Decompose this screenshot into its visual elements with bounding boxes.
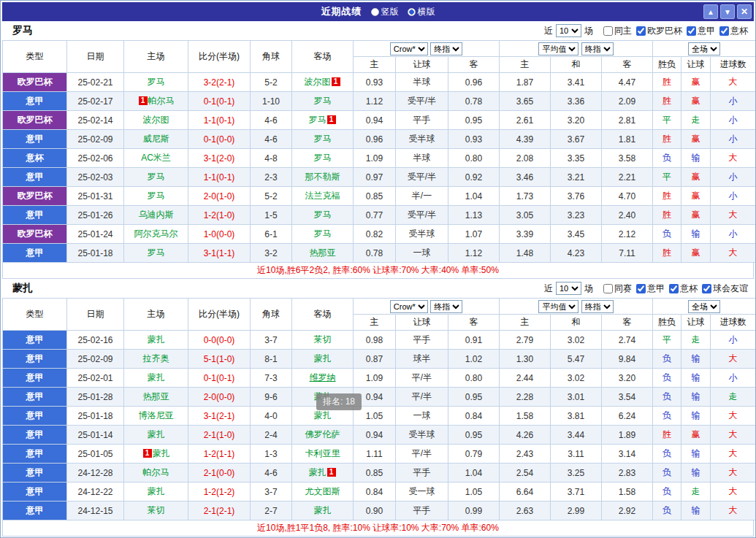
results-table: 类型 日期 主场 比分(半场) 角球 客场 Crow* 终指 平均值 终指: [2, 40, 756, 263]
filter-checkbox[interactable]: 欧罗巴杯: [636, 25, 682, 37]
team-link[interactable]: 蒙扎: [148, 334, 165, 345]
asian-odds-cell: 0.96: [448, 73, 500, 92]
filter-checkbox-input[interactable]: [702, 284, 711, 293]
team-link[interactable]: 帕尔马: [143, 467, 169, 477]
team-link[interactable]: 那不勒斯: [305, 172, 340, 182]
asian-odds-cell: 0.94: [354, 426, 396, 445]
filter-checkbox-input[interactable]: [719, 26, 729, 36]
score-cell: 5-1(1-0): [188, 350, 251, 369]
euro-odds-cell: 2.63: [500, 502, 551, 520]
filter-checkbox-input[interactable]: [636, 26, 646, 36]
col-header-date: 日期: [67, 299, 124, 331]
filter-checkbox[interactable]: 球会友谊: [702, 283, 748, 295]
team-link[interactable]: 罗马: [309, 115, 327, 125]
team-link[interactable]: 蒙扎: [148, 429, 165, 439]
team-link[interactable]: 拉齐奥: [143, 353, 169, 364]
team-link[interactable]: 罗马: [314, 96, 332, 106]
recent-count-select[interactable]: 10: [556, 282, 581, 295]
move-up-button[interactable]: ▲: [703, 4, 718, 19]
close-button[interactable]: ✕: [737, 4, 752, 19]
filter-checkbox-input[interactable]: [669, 284, 679, 293]
col-header-asian-home: 主: [354, 315, 396, 331]
team-link[interactable]: 乌迪内斯: [139, 210, 174, 220]
filter-checkbox-input[interactable]: [687, 26, 696, 36]
bookmaker-select[interactable]: Crow*: [390, 42, 428, 55]
team-link[interactable]: 蒙扎: [314, 353, 332, 364]
team-link[interactable]: 蒙扎: [309, 467, 327, 477]
team-link[interactable]: 热那亚: [143, 391, 169, 401]
filter-checkbox[interactable]: 同主: [603, 25, 632, 37]
away-team-cell: 蒙扎: [292, 350, 354, 369]
away-team-cell: 罗马: [292, 149, 354, 168]
radio-icon: [408, 8, 416, 16]
filter-prefix: 近: [544, 25, 553, 37]
layout-radio-horizontal[interactable]: 横版: [408, 6, 435, 18]
asian-odds-cell: 0.85: [354, 464, 396, 483]
team-link[interactable]: 蒙扎: [148, 486, 165, 496]
goals-result-cell: 大: [711, 149, 756, 168]
filter-checkbox[interactable]: 意杯: [719, 25, 748, 37]
team-link[interactable]: 莱切: [148, 505, 165, 515]
team-link[interactable]: 法兰克福: [305, 191, 340, 201]
asian-odds-cell: 0.95: [448, 388, 500, 407]
asian-odds-cell: 平/半: [396, 388, 448, 407]
asian-odds-cell: 0.80: [448, 369, 500, 388]
team-link[interactable]: 维罗纳: [310, 372, 336, 383]
move-down-button[interactable]: ▼: [720, 4, 735, 19]
team-link[interactable]: 罗马: [148, 172, 165, 182]
team-link[interactable]: 蒙扎: [153, 448, 170, 458]
fullmatch-select[interactable]: 全场: [688, 42, 720, 55]
recent-count-select[interactable]: 10: [556, 24, 581, 37]
team-link[interactable]: 佛罗伦萨: [305, 429, 340, 439]
team-link[interactable]: 罗马: [148, 77, 165, 87]
team-link[interactable]: 尤文图斯: [305, 486, 340, 496]
team-link[interactable]: 罗马: [314, 228, 332, 239]
filter-checkbox[interactable]: 同赛: [603, 283, 632, 295]
team-link[interactable]: AC米兰: [141, 153, 171, 163]
goals-result-cell: 走: [711, 388, 756, 407]
corner-cell: 2-4: [251, 426, 292, 445]
filter-checkbox[interactable]: 意甲: [687, 25, 715, 37]
filter-checkbox-input[interactable]: [603, 26, 613, 36]
euro-odds-cell: 3.58: [602, 149, 653, 168]
filter-checkbox-input[interactable]: [603, 284, 613, 293]
team-link[interactable]: 热那亚: [310, 247, 336, 258]
league-type-cell: 欧罗巴杯: [3, 111, 67, 130]
league-type-cell: 意甲: [3, 350, 67, 369]
team-link[interactable]: 莱切: [314, 334, 332, 345]
team-link[interactable]: 蒙扎: [314, 505, 332, 515]
team-link[interactable]: 卡利亚里: [305, 448, 340, 458]
team-link[interactable]: 蒙扎: [148, 372, 165, 383]
team-link[interactable]: 蒙扎: [314, 410, 332, 420]
team-link[interactable]: 罗马: [148, 191, 165, 201]
col-header-home: 主场: [124, 299, 188, 331]
avg-odds-select[interactable]: 平均值: [538, 42, 579, 55]
team-link[interactable]: 罗马: [148, 247, 165, 258]
team-link[interactable]: 阿尔克马尔: [134, 228, 178, 239]
titlebar-buttons: ▲ ▼ ✕: [703, 4, 754, 19]
fullmatch-select[interactable]: 全场: [688, 300, 720, 313]
layout-radio-vertical[interactable]: 竖版: [371, 6, 399, 18]
team-link[interactable]: 博洛尼亚: [139, 410, 174, 420]
team-link[interactable]: 波尔图: [143, 115, 169, 125]
asian-odds-cell: 0.84: [354, 483, 396, 502]
corner-cell: 9-6: [251, 388, 292, 407]
final-odds-select-2[interactable]: 终指: [581, 300, 614, 313]
team-link[interactable]: 帕尔马: [148, 96, 175, 106]
avg-odds-select[interactable]: 平均值: [538, 300, 579, 313]
team-link[interactable]: 威尼斯: [143, 134, 169, 144]
col-header-euro-home: 主: [500, 57, 551, 73]
final-odds-select-2[interactable]: 终指: [581, 42, 614, 55]
filter-checkbox-group: 同主欧罗巴杯意甲意杯: [600, 25, 748, 37]
team-link[interactable]: 罗马: [314, 153, 332, 163]
final-odds-select[interactable]: 终指: [430, 42, 462, 55]
team-link[interactable]: 波尔图: [305, 77, 331, 87]
filter-checkbox[interactable]: 意杯: [669, 283, 698, 295]
team-link[interactable]: 罗马: [314, 134, 332, 144]
final-odds-select[interactable]: 终指: [430, 300, 462, 313]
bookmaker-select[interactable]: Crow*: [390, 300, 428, 313]
filter-checkbox-input[interactable]: [636, 284, 646, 293]
team-link[interactable]: 罗马: [314, 210, 332, 220]
asian-odds-cell: 球半: [396, 350, 448, 369]
filter-checkbox[interactable]: 意甲: [636, 283, 665, 295]
